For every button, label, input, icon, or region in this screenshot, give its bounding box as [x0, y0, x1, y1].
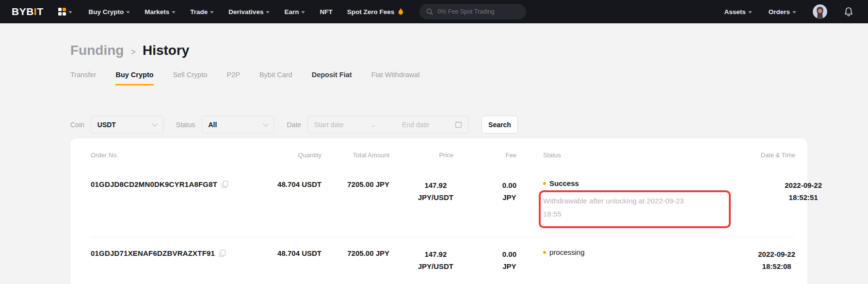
flame-icon	[398, 8, 404, 16]
chevron-down-icon	[301, 11, 305, 14]
fee-unit: JPY	[502, 260, 516, 272]
status-dot-icon	[543, 182, 546, 185]
status-cell: Success Withdrawable after unlocking at …	[516, 179, 737, 220]
order-no-value: 01GDJD71XENAF6DZBVRAZXTF91	[91, 248, 215, 259]
nav-item-trade[interactable]: Trade	[190, 8, 214, 16]
coin-select-value: USDT	[97, 121, 116, 129]
price-unit: JPY/USDT	[418, 260, 453, 272]
nav-item-earn[interactable]: Earn	[284, 8, 305, 16]
status-line: processing	[543, 248, 710, 256]
tab-p2p[interactable]: P2P	[227, 71, 240, 85]
nav-item-derivatives[interactable]: Derivatives	[228, 8, 270, 16]
notifications-button[interactable]	[844, 7, 853, 17]
nav-item-label: Spot Zero Fees	[347, 8, 395, 16]
nav-item-orders[interactable]: Orders	[769, 8, 796, 16]
chevron-down-icon	[152, 121, 157, 126]
coin-select[interactable]: USDT	[91, 116, 163, 134]
history-tabs: Transfer Buy Crypto Sell Crypto P2P Bybi…	[70, 71, 868, 85]
nav-item-buy-crypto[interactable]: Buy Crypto	[89, 8, 130, 16]
nav-item-nft[interactable]: NFT	[320, 8, 332, 16]
time-value: 18:52:51	[785, 191, 822, 203]
tab-fiat-withdrawal[interactable]: Fiat Withdrawal	[371, 71, 420, 85]
nav-item-spot-zero-fees[interactable]: Spot Zero Fees	[347, 8, 404, 16]
price-cell: 147.92JPY/USDT	[389, 248, 453, 272]
search-icon	[426, 8, 433, 15]
total-amount-cell: 7205.00 JPY	[321, 248, 389, 259]
date-time-cell: 2022-09-2218:52:51	[737, 179, 822, 203]
history-table-card: Order No. Quantity Total Amount Price Fe…	[70, 138, 807, 284]
column-header-fee: Fee	[453, 151, 516, 159]
status-select-value: All	[209, 121, 217, 129]
search-button[interactable]: Search	[482, 116, 518, 134]
bell-icon	[844, 7, 853, 17]
copy-icon[interactable]	[219, 250, 226, 257]
status-select[interactable]: All	[202, 116, 274, 134]
column-header-date-time: Date & Time	[710, 151, 795, 159]
status-note-line: Withdrawable after unlocking at 2022-09-…	[543, 194, 723, 207]
tab-transfer[interactable]: Transfer	[70, 71, 96, 85]
fee-value: 0.00	[502, 248, 516, 260]
status-note-line: 18:55	[543, 207, 723, 220]
status-value: processing	[549, 248, 585, 256]
status-note-wrap: Withdrawable after unlocking at 2022-09-…	[543, 190, 737, 220]
page-content: Funding > History Transfer Buy Crypto Se…	[0, 43, 868, 284]
quantity-cell: 48.704 USDT	[258, 248, 321, 259]
global-search-input[interactable]: 0% Fee Spot Trading	[419, 4, 526, 19]
status-cell: processing	[516, 248, 710, 256]
end-date-placeholder: End date	[402, 121, 429, 129]
chevron-down-icon	[210, 11, 214, 14]
price-value: 147.92	[418, 179, 453, 191]
nav-item-label: NFT	[320, 8, 332, 16]
logo-text: BYB	[12, 6, 34, 17]
user-avatar[interactable]	[813, 4, 827, 19]
tab-deposit-fiat[interactable]: Deposit Fiat	[312, 71, 352, 85]
logo-text: T	[37, 6, 43, 17]
order-no-value: 01GDJD8CD2MN0DK9CYR1A8FG8T	[91, 179, 217, 190]
price-value: 147.92	[418, 248, 453, 260]
fee-unit: JPY	[502, 191, 516, 203]
chevron-down-icon	[263, 121, 268, 126]
apps-menu-button[interactable]	[58, 8, 72, 16]
status-dot-icon	[543, 251, 546, 254]
breadcrumb: Funding > History	[70, 43, 868, 58]
tab-bybit-card[interactable]: Bybit Card	[259, 71, 292, 85]
price-unit: JPY/USDT	[418, 191, 453, 203]
nav-item-markets[interactable]: Markets	[145, 8, 176, 16]
column-header-status: Status	[516, 151, 710, 159]
bybit-logo[interactable]: BYBIT	[12, 6, 44, 17]
tab-sell-crypto[interactable]: Sell Crypto	[173, 71, 208, 85]
copy-icon[interactable]	[221, 181, 228, 188]
date-time-cell: 2022-09-2218:52:08	[710, 248, 795, 272]
nav-item-label: Derivatives	[228, 8, 263, 16]
nav-item-label: Trade	[190, 8, 208, 16]
nav-item-assets[interactable]: Assets	[724, 8, 752, 16]
chevron-down-icon	[266, 11, 270, 14]
date-value: 2022-09-22	[785, 179, 822, 191]
start-date-placeholder: Start date	[314, 121, 344, 129]
status-filter-label: Status	[176, 121, 195, 129]
breadcrumb-funding[interactable]: Funding	[70, 43, 124, 58]
status-note: Withdrawable after unlocking at 2022-09-…	[543, 190, 723, 220]
nav-item-label: Orders	[769, 8, 790, 16]
top-navigation-bar: BYBIT Buy Crypto Markets Trade Derivativ…	[0, 0, 868, 23]
table-header-row: Order No. Quantity Total Amount Price Fe…	[91, 145, 795, 165]
fee-cell: 0.00JPY	[453, 179, 516, 203]
chevron-down-icon	[172, 11, 176, 14]
fee-value: 0.00	[502, 179, 516, 191]
tab-buy-crypto[interactable]: Buy Crypto	[115, 71, 153, 85]
column-header-total-amount: Total Amount	[321, 151, 389, 159]
table-row: 01GDJD8CD2MN0DK9CYR1A8FG8T 48.704 USDT 7…	[91, 165, 795, 237]
filter-bar: Coin USDT Status All Date Start date → E…	[70, 116, 868, 134]
date-range-input[interactable]: Start date → End date	[307, 116, 469, 134]
price-cell: 147.92JPY/USDT	[389, 179, 453, 203]
nav-item-label: Markets	[145, 8, 169, 16]
column-header-quantity: Quantity	[258, 151, 321, 159]
total-amount-cell: 7205.00 JPY	[321, 179, 389, 190]
range-arrow: →	[370, 121, 376, 129]
search-placeholder: 0% Fee Spot Trading	[437, 8, 494, 15]
date-value: 2022-09-22	[758, 248, 795, 260]
calendar-icon	[455, 121, 462, 128]
status-value: Success	[549, 179, 579, 187]
quantity-cell: 48.704 USDT	[258, 179, 321, 190]
account-nav: Assets Orders	[724, 4, 853, 19]
